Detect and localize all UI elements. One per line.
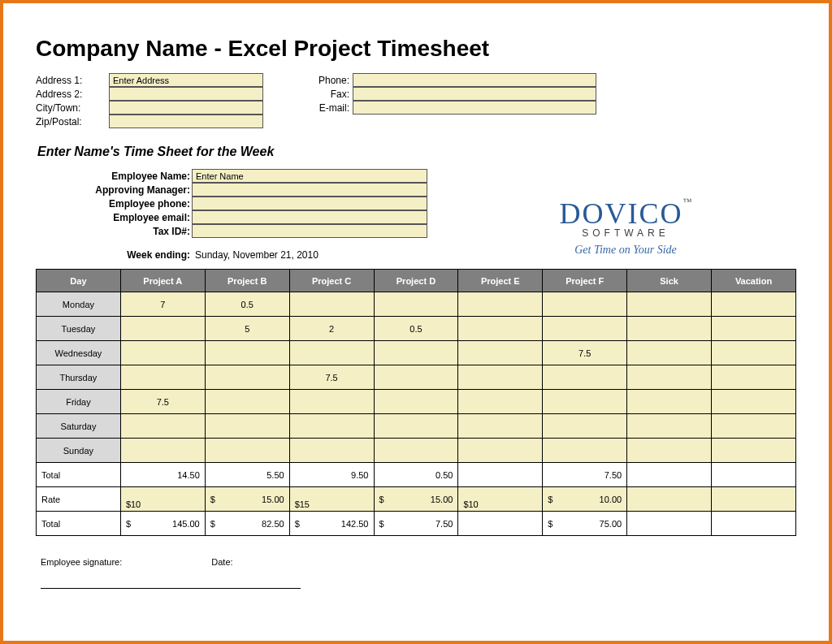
hours-cell[interactable]	[543, 439, 627, 463]
hours-cell[interactable]	[374, 414, 458, 439]
hours-cell[interactable]	[205, 414, 289, 439]
hours-cell[interactable]	[120, 341, 205, 365]
dollar-sign: $	[210, 519, 215, 529]
hours-cell[interactable]	[627, 317, 712, 341]
hours-cell[interactable]	[543, 365, 627, 390]
hours-cell[interactable]	[374, 341, 458, 365]
dollar-sign: $15	[295, 499, 310, 509]
email-label: E-mail:	[304, 102, 353, 114]
email-input[interactable]	[353, 101, 596, 115]
phone-input[interactable]	[353, 73, 596, 87]
hours-cell[interactable]	[712, 317, 796, 341]
hours-cell[interactable]	[627, 292, 712, 317]
hours-cell[interactable]	[712, 439, 796, 463]
hours-cell[interactable]: 7.5	[543, 341, 627, 365]
employee-email-input[interactable]	[192, 210, 427, 224]
dollar-sign: $10	[126, 499, 141, 509]
hours-cell[interactable]	[627, 439, 712, 463]
hours-cell[interactable]	[205, 439, 289, 463]
rate-cell[interactable]	[627, 487, 712, 512]
hours-cell[interactable]	[374, 365, 458, 390]
logo-brand-text: DOVICO	[560, 197, 683, 230]
hours-cell[interactable]	[205, 341, 289, 365]
hours-cell[interactable]	[120, 317, 205, 341]
hours-cell[interactable]	[712, 292, 796, 317]
grand-value: 82.50	[262, 519, 284, 529]
hours-cell[interactable]	[712, 390, 796, 414]
hours-cell[interactable]: 0.5	[205, 292, 289, 317]
hours-cell[interactable]	[712, 365, 796, 390]
table-row: Saturday	[37, 414, 796, 439]
hours-cell[interactable]	[289, 341, 374, 365]
hours-cell[interactable]	[543, 414, 627, 439]
hours-cell[interactable]: 5	[205, 317, 289, 341]
table-row: Monday70.5	[37, 292, 796, 317]
hours-cell[interactable]	[627, 414, 712, 439]
hours-cell[interactable]	[458, 292, 543, 317]
hours-cell[interactable]	[205, 390, 289, 414]
employee-phone-input[interactable]	[192, 197, 427, 210]
dollar-sign: $	[379, 519, 384, 529]
address2-input[interactable]	[109, 87, 263, 101]
rate-value: 15.00	[431, 495, 453, 504]
rate-cell[interactable]: $15	[289, 487, 374, 512]
address2-label: Address 2:	[36, 89, 109, 100]
hours-cell[interactable]	[627, 341, 712, 365]
hours-cell[interactable]: 0.5	[374, 317, 458, 341]
hours-cell[interactable]	[374, 439, 458, 463]
hours-cell[interactable]	[458, 365, 543, 390]
hours-cell[interactable]	[543, 317, 627, 341]
hours-cell[interactable]	[627, 390, 712, 414]
hours-cell[interactable]	[289, 390, 374, 414]
hours-cell[interactable]	[458, 317, 543, 341]
dollar-sign: $	[379, 495, 384, 504]
dollar-sign: $	[548, 495, 552, 504]
hours-cell[interactable]: 2	[289, 317, 374, 341]
column-header: Sick	[627, 270, 712, 292]
hours-cell[interactable]	[458, 390, 543, 414]
hours-cell[interactable]	[712, 341, 796, 365]
rate-cell[interactable]: $15.00	[205, 487, 289, 512]
hours-cell[interactable]	[458, 341, 543, 365]
hours-cell[interactable]	[120, 414, 205, 439]
grand-cell	[627, 512, 712, 536]
tax-id-input[interactable]	[192, 224, 427, 238]
fax-input[interactable]	[353, 87, 596, 101]
hours-cell[interactable]	[289, 414, 374, 439]
hours-cell[interactable]	[458, 439, 543, 463]
hours-cell[interactable]	[543, 390, 627, 414]
employee-signature-label: Employee signature:	[41, 557, 122, 567]
hours-cell[interactable]	[458, 414, 543, 439]
rate-value: 15.00	[262, 495, 284, 504]
hours-cell[interactable]	[543, 292, 627, 317]
hours-cell[interactable]	[120, 439, 205, 463]
rate-row: Rate$10$15.00$15$15.00$10$10.00	[37, 487, 796, 512]
hours-cell[interactable]	[289, 439, 374, 463]
date-label: Date:	[211, 557, 232, 567]
rate-cell[interactable]: $10	[458, 487, 543, 512]
rate-cell[interactable]: $10.00	[543, 487, 627, 512]
hours-cell[interactable]	[289, 292, 374, 317]
manager-input[interactable]	[192, 183, 427, 197]
hours-cell[interactable]	[374, 292, 458, 317]
address1-input[interactable]	[109, 73, 263, 87]
employee-name-input[interactable]	[192, 169, 427, 183]
rate-cell[interactable]: $15.00	[374, 487, 458, 512]
hours-cell[interactable]	[205, 365, 289, 390]
hours-cell[interactable]	[374, 390, 458, 414]
grand-cell	[712, 512, 796, 536]
grand-value: 75.00	[600, 519, 622, 529]
dollar-sign: $10	[463, 499, 478, 509]
company-left-column: Address 1: Address 2: City/Town: Zip/Pos…	[36, 73, 263, 128]
hours-cell[interactable]	[627, 365, 712, 390]
hours-cell[interactable]	[712, 414, 796, 439]
hours-cell[interactable]: 7.5	[289, 365, 374, 390]
employee-fields: Employee Name: Approving Manager: Employ…	[86, 169, 427, 238]
rate-cell[interactable]	[712, 487, 796, 512]
hours-cell[interactable]: 7.5	[120, 390, 205, 414]
rate-cell[interactable]: $10	[120, 487, 205, 512]
hours-cell[interactable]: 7	[120, 292, 205, 317]
hours-cell[interactable]	[120, 365, 205, 390]
city-input[interactable]	[109, 101, 263, 115]
zip-input[interactable]	[109, 115, 263, 128]
